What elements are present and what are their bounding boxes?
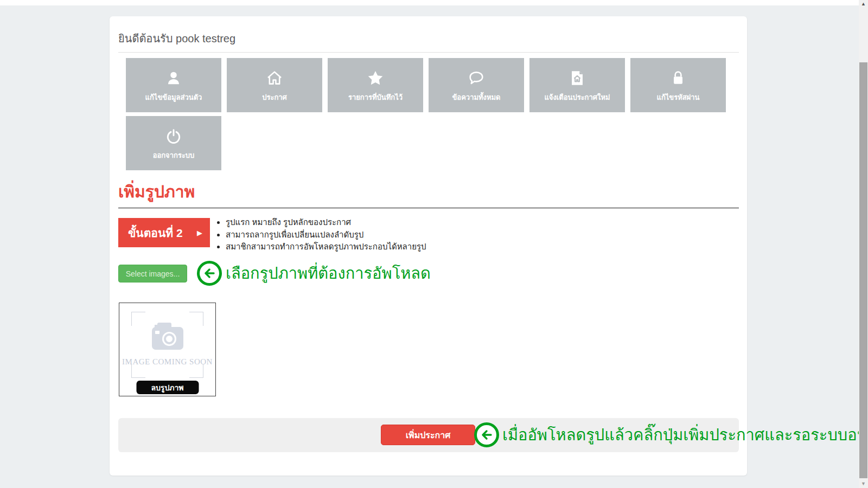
menu-item-listings[interactable]: ประกาศ [227,58,322,112]
image-placeholder[interactable]: IMAGE COMING SOON ลบรูปภาพ [119,303,216,396]
account-menu: แก้ไขข้อมูลส่วนตัว ประกาศ รายการที่บันทึ… [126,58,733,174]
home-icon [265,68,284,88]
menu-item-label: ข้อความทั้งหมด [452,92,500,103]
step-badge: ขั้นตอนที่ 2 ▶ [118,218,210,247]
instruction-item: สามารถลากรูปเพื่อเปลี่ยนแปลงลำดับรูป [226,229,426,241]
menu-item-label: แก้ไขข้อมูลส่วนตัว [145,92,202,103]
divider [118,207,739,209]
menu-item-logout[interactable]: ออกจากระบบ [126,116,221,170]
chat-icon [467,68,486,88]
menu-item-new-listing-alerts[interactable]: แจ้งเตือนประกาศใหม่ [529,58,625,112]
welcome-message: ยินดีต้อนรับ pook testreg [118,30,235,47]
page-title: เพิ่มรูปภาพ [118,179,195,204]
scroll-up-icon[interactable]: ▲ [859,0,868,9]
frame-corner [131,312,145,326]
menu-item-saved-items[interactable]: รายการที่บันทึกไว้ [328,58,423,112]
arrow-right-icon: ▶ [197,229,202,237]
submit-hint-text: เมื่ออัพโหลดรูปแล้วคลิ๊กปุ่มเพิ่มประกาศแ… [502,422,868,447]
lock-icon [669,68,687,88]
menu-item-label: แจ้งเตือนประกาศใหม่ [544,92,610,103]
top-strip [0,0,859,5]
power-icon [165,126,182,146]
scroll-down-icon[interactable]: ▼ [859,479,868,488]
step-label: ขั้นตอนที่ 2 [128,224,183,242]
instructions-list: รูปแรก หมายถึง รูปหลักของประกาศ สามารถลา… [226,216,426,253]
menu-item-edit-profile[interactable]: แก้ไขข้อมูลส่วนตัว [126,58,221,112]
menu-item-change-password[interactable]: แก้ไขรหัสผ่าน [630,58,726,112]
delete-image-button[interactable]: ลบรูปภาพ [136,381,199,394]
scrollbar[interactable]: ▲ ▼ [859,0,868,488]
user-icon [165,68,182,88]
image-coming-soon-text: IMAGE COMING SOON [119,357,215,367]
arrow-left-circle-icon [474,422,499,447]
main-panel: ยินดีต้อนรับ pook testreg แก้ไขข้อมูลส่ว… [110,16,747,476]
upload-hint-text: เลือกรูปภาพที่ต้องการอัพโหลด [226,261,431,286]
menu-item-label: ออกจากระบบ [153,150,195,161]
instruction-item: รูปแรก หมายถึง รูปหลักของประกาศ [226,216,426,229]
scrollbar-thumb[interactable] [859,62,867,478]
select-images-button[interactable]: Select images... [118,265,187,282]
camera-icon [150,322,186,356]
menu-item-label: แก้ไขรหัสผ่าน [657,92,700,103]
arrow-left-circle-icon [197,261,222,286]
frame-corner [189,312,203,326]
add-listing-button[interactable]: เพิ่มประกาศ [381,425,475,445]
menu-item-label: ประกาศ [262,92,287,103]
menu-item-messages[interactable]: ข้อความทั้งหมด [429,58,524,112]
new-listing-icon [568,68,586,88]
star-icon [366,68,385,88]
divider [118,52,739,53]
menu-item-label: รายการที่บันทึกไว้ [348,92,403,103]
instruction-item: สมาชิกสามารถทำการอัพโหลดรูปภาพประกอบได้ห… [226,241,426,253]
